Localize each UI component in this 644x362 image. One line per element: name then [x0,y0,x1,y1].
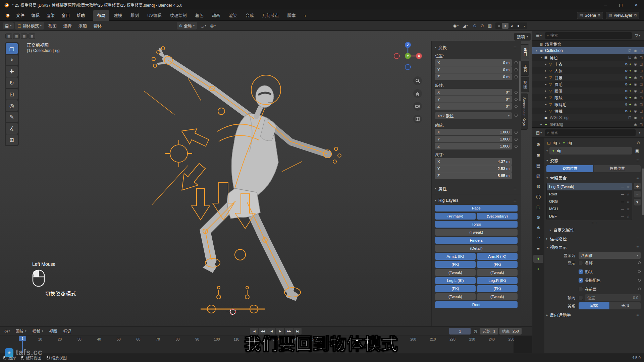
rig-layer-button[interactable]: (Detail) [435,245,518,252]
menu-item[interactable]: 文件 [13,11,28,20]
panel-grip[interactable]: ∷∷ [513,187,518,190]
breadcrumb-object[interactable]: rig [552,140,557,145]
number-field[interactable]: X0° [435,89,512,96]
axes-position-slider[interactable]: 位置0.0 [585,294,641,301]
rig-layer-button[interactable]: (FK) [477,261,518,268]
rig-layer-button[interactable]: (FK) [477,285,518,292]
fake-user-icon[interactable]: ▣ [634,147,641,154]
new-viewlayer-icon[interactable]: ⧉ [634,13,637,17]
shading-dropdown[interactable]: ▾ [522,23,527,29]
visibility-dropdown-icon[interactable]: ◢▾ [461,22,469,29]
workspace-tab[interactable]: 建模 [110,10,126,21]
display-option-row[interactable]: ✓形状 [579,269,641,274]
hide-render-icon[interactable]: ◫ [638,123,644,126]
checkbox-icon[interactable]: ☑ [627,56,633,59]
expand-toggle[interactable]: ▸ [544,76,548,79]
outliner-search[interactable]: ⌕ [545,32,632,39]
rig-layer-button[interactable]: (Tweak) [477,293,518,300]
decorator-dot[interactable] [515,138,518,141]
workspace-tab[interactable]: 几何节点 [258,10,283,21]
pose-position-button[interactable]: 姿态位置 [546,165,593,172]
pan-hand-icon[interactable] [413,89,422,98]
sidebar-tab[interactable]: 视图 [521,77,529,92]
decorator-dot[interactable] [515,98,518,101]
outliner-search-input[interactable] [550,34,630,38]
collection-visible-icon[interactable]: — [621,185,624,189]
rig-layer-button[interactable]: (Secondary) [477,213,518,220]
sidebar-tab[interactable]: 条目 [521,44,529,59]
toggle-xray-icon[interactable]: ▥ [486,22,493,29]
checkbox[interactable]: ✓ [579,278,583,283]
rig-layer-button[interactable]: Leg.L (IK) [435,277,476,284]
workspace-tab[interactable]: 合成 [241,10,258,21]
checkbox[interactable]: ✓ [579,269,583,274]
number-field[interactable]: Y1.000 [435,136,512,142]
properties-tab-object-data[interactable]: ✦ [533,255,543,263]
tool-transform[interactable]: ◎ [6,100,18,111]
bone-collection-row[interactable]: Leg.R (Tweak)—☆ [547,183,632,190]
decorator-dot[interactable] [638,279,641,282]
number-field[interactable]: Z5.85 m [435,172,512,179]
minimize-button[interactable]: ─ [598,0,613,10]
collection-visibility-preset[interactable]: ▦ [21,34,28,39]
decorator-dot[interactable] [515,61,518,64]
expand-toggle[interactable]: ▾ [539,56,543,59]
scene-selector[interactable]: ▤ Scene ⧉ [577,12,603,19]
properties-scrollbar[interactable] [642,168,644,215]
blender-menu-button[interactable] [2,12,13,19]
timeline-editor-dropdown[interactable]: ◷▾ [3,328,12,335]
properties-tab-scene[interactable]: ◍ [533,182,543,190]
bone-collection-row[interactable]: DEF—☆ [547,213,632,220]
bone-collection-row[interactable]: ORG—☆ [547,198,632,205]
selectability-dropdown-icon[interactable]: ◉▾ [451,22,461,29]
number-field[interactable]: Z1.000 [435,143,512,149]
decorator-dot[interactable] [638,288,641,290]
workspace-tab[interactable]: 脚本 [283,10,300,21]
decorator-dot[interactable] [515,91,518,94]
decorator-dot[interactable] [515,68,518,71]
workspace-tab[interactable]: 雕刻 [126,10,143,21]
collection-visible-icon[interactable]: — [621,215,624,218]
shading-rendered-icon[interactable]: ● [515,23,522,29]
hide-render-icon[interactable]: ◫ [638,109,644,113]
hide-viewport-icon[interactable]: ◉ [633,82,638,86]
gizmo-z-axis[interactable]: Z [407,43,409,47]
hide-render-icon[interactable]: ◫ [638,103,644,106]
hide-render-icon[interactable]: ◫ [638,116,644,120]
rig-layer-button[interactable]: Fingers [435,237,518,244]
number-field[interactable]: Z0° [435,103,512,110]
rig-layer-button[interactable]: (Tweak) [435,269,476,276]
properties-tab-modifiers[interactable]: ⚙ [533,213,543,221]
hide-viewport-icon[interactable]: ◉ [633,123,638,126]
outliner-row[interactable]: ▸ ▽ 人体⚙✦◉◫ [532,67,644,74]
collection-visibility-preset[interactable]: ▦ [13,34,20,39]
rig-layer-button[interactable]: (Tweak) [477,269,518,276]
shading-wireframe-icon[interactable]: ○ [496,23,502,29]
maximize-button[interactable]: ▢ [613,0,629,10]
checkbox-icon[interactable]: ☑ [627,49,633,53]
expand-toggle[interactable]: ▸ [539,123,543,126]
proportional-edit-icon[interactable]: ◎▾ [208,22,217,29]
outliner-row[interactable]: ▾ ▣ Collection☑◉◫ [532,47,644,54]
tool-annotate[interactable]: ✎ [6,112,18,122]
properties-search[interactable]: ⌕ [545,129,636,136]
number-field[interactable]: Y0° [435,96,512,103]
hide-viewport-icon[interactable]: ◉ [633,103,638,106]
collection-specials-dropdown[interactable]: ▾ [634,199,641,205]
rig-layer-button[interactable]: Face [435,205,518,212]
rig-layer-button[interactable]: (Primary) [435,213,476,220]
viewport-display-section-header[interactable]: ▾视图显示 ∷∷ [546,244,641,250]
tool-rotate[interactable]: ↻ [6,77,18,88]
expand-toggle[interactable]: ▸ [544,69,548,72]
hide-viewport-icon[interactable]: ◉ [633,76,638,79]
workspace-tab[interactable]: 纹理绘制 [166,10,191,21]
properties-filter-icon[interactable]: ▾ [637,130,642,135]
expand-toggle[interactable]: ▸ [544,103,548,106]
decorator-dot[interactable] [515,131,518,134]
options-dropdown[interactable]: 选项▾ [514,33,531,41]
pin-icon[interactable]: ⊙ [637,140,640,145]
panel-grip[interactable]: ∷∷ [636,237,641,240]
properties-tab-particles[interactable]: ✱ [533,224,543,232]
tool-measure[interactable]: ∡ [6,123,18,134]
hide-render-icon[interactable]: ◫ [638,56,644,59]
